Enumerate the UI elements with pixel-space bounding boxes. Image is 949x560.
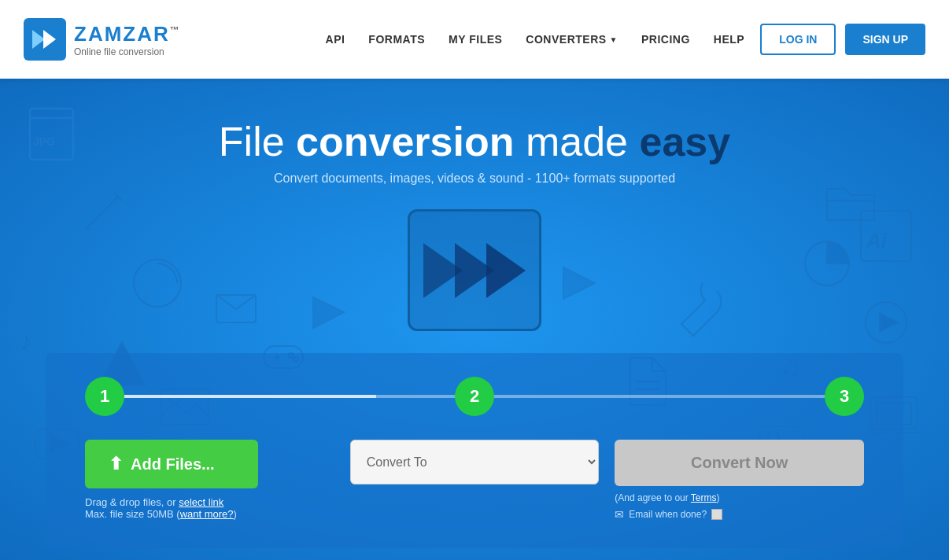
svg-marker-0 <box>32 30 45 49</box>
svg-marker-25 <box>880 313 899 332</box>
email-row: ✉ Email when done? <box>615 508 722 521</box>
upload-icon: ⬆ <box>109 454 123 474</box>
nav: API FORMATS MY FILES CONVERTERS ▼ PRICIN… <box>326 33 745 46</box>
logo[interactable]: ZAMZAR™ Online file conversion <box>24 18 181 61</box>
logo-sub: Online file conversion <box>74 46 181 57</box>
svg-marker-35 <box>563 267 595 299</box>
play-arrows <box>423 243 526 298</box>
steps-row: 1 2 3 <box>85 377 864 416</box>
nav-api[interactable]: API <box>326 33 345 46</box>
deco-pie-icon <box>799 236 855 291</box>
hero-subtitle: Convert documents, images, videos & soun… <box>274 171 675 186</box>
signup-button[interactable]: SIGN UP <box>845 24 925 55</box>
hero-animation <box>408 209 541 331</box>
convert-now-button[interactable]: Convert Now <box>615 440 864 486</box>
deco-wrench-icon <box>674 283 729 338</box>
deco-arrow-icon <box>556 260 603 307</box>
nav-my-files[interactable]: MY FILES <box>449 33 502 46</box>
select-link[interactable]: select link <box>179 496 223 508</box>
deco-folder-icon <box>823 173 878 228</box>
convert-now-col: Convert Now (And agree to our Terms) ✉ E… <box>615 440 864 521</box>
deco-arrow2-icon <box>307 291 350 334</box>
header-buttons: LOG IN SIGN UP <box>760 24 925 55</box>
svg-text:Ai: Ai <box>866 229 888 252</box>
deco-pencil-icon <box>79 189 126 236</box>
svg-line-5 <box>87 197 118 228</box>
nav-help[interactable]: HELP <box>714 33 744 46</box>
arrow3-icon <box>486 243 526 298</box>
drag-drop-text: Drag & drop files, or select link <box>85 496 223 508</box>
nav-formats[interactable]: FORMATS <box>368 33 425 46</box>
svg-marker-36 <box>313 297 344 328</box>
deco-play-circle-icon <box>862 299 910 346</box>
email-icon: ✉ <box>615 508 624 521</box>
play-box <box>408 209 541 331</box>
logo-text: ZAMZAR™ Online file conversion <box>74 22 181 57</box>
nav-pricing[interactable]: PRICING <box>641 33 690 46</box>
terms-link[interactable]: Terms <box>691 492 717 503</box>
hero-section: JPG ♪ <box>0 79 949 560</box>
deco-circle-icon <box>126 252 189 315</box>
deco-email-icon <box>212 283 260 330</box>
want-more-link[interactable]: want more? <box>180 508 234 520</box>
svg-text:♪: ♪ <box>20 327 32 356</box>
svg-rect-2 <box>30 109 73 160</box>
nav-converters[interactable]: CONVERTERS ▼ <box>526 33 618 46</box>
hero-title: File conversion made easy <box>219 118 730 165</box>
convert-to-select[interactable]: Convert To <box>350 440 600 484</box>
header: ZAMZAR™ Online file conversion API FORMA… <box>0 0 949 79</box>
logo-name: ZAMZAR™ <box>74 22 181 46</box>
svg-point-8 <box>134 260 181 307</box>
logo-icon <box>24 18 66 61</box>
deco-jpg-icon: JPG <box>24 102 87 165</box>
add-files-col: ⬆ Add Files... Drag & drop files, or sel… <box>85 440 334 520</box>
step-1-circle: 1 <box>85 377 124 416</box>
step-3-circle: 3 <box>825 377 864 416</box>
convert-to-col: Convert To <box>350 440 600 484</box>
step-panel: 1 2 3 ⬆ Add Files... Drag & drop files, … <box>46 353 903 548</box>
converters-caret-icon: ▼ <box>610 35 618 44</box>
step-line-filled <box>124 395 376 398</box>
terms-text: (And agree to our Terms) <box>615 492 719 503</box>
file-size-text: Max. file size 50MB (want more?) <box>85 508 237 520</box>
login-button[interactable]: LOG IN <box>760 24 836 55</box>
controls-row: ⬆ Add Files... Drag & drop files, or sel… <box>85 440 864 521</box>
step-2-circle: 2 <box>455 377 494 416</box>
email-checkbox[interactable] <box>711 509 722 520</box>
svg-marker-1 <box>43 30 56 49</box>
add-files-button[interactable]: ⬆ Add Files... <box>85 440 258 488</box>
svg-text:JPG: JPG <box>33 135 55 148</box>
